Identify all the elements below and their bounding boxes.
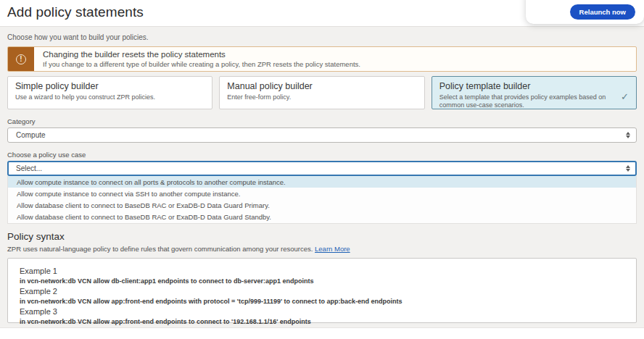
use-case-options-list: Allow compute instance to connect on all… <box>7 176 637 224</box>
category-selected-value: Compute <box>16 131 46 139</box>
warning-body: Changing the builder resets the policy s… <box>34 47 369 71</box>
use-case-selected-value: Select... <box>16 164 42 172</box>
use-case-option[interactable]: Allow database client to connect to Base… <box>8 199 636 211</box>
checkmark-icon: ✓ <box>621 91 629 102</box>
example-code: in vcn-network:db VCN allow app:front-en… <box>20 298 624 305</box>
alert-circle-icon: ! <box>16 54 26 64</box>
builder-panel: Choose how you want to build your polici… <box>0 26 644 327</box>
card-title: Simple policy builder <box>15 81 205 91</box>
card-simple-policy-builder[interactable]: Simple policy builder Use a wizard to he… <box>7 76 212 109</box>
policy-examples-box: Example 1 in vcn-network:db VCN allow db… <box>7 258 637 323</box>
select-spinner-icon <box>626 132 630 138</box>
policy-syntax-description: ZPR uses natural-language policy to defi… <box>7 245 637 253</box>
card-title: Manual policy builder <box>227 81 416 91</box>
card-description: Select a template that provides policy e… <box>439 93 629 110</box>
card-manual-policy-builder[interactable]: Manual policy builder Enter free-form po… <box>219 76 424 109</box>
card-description: Enter free-form policy. <box>227 93 416 101</box>
use-case-option[interactable]: Allow database client to connect to Base… <box>8 212 636 223</box>
category-label: Category <box>7 117 637 125</box>
example-label: Example 3 <box>20 307 624 316</box>
card-policy-template-builder[interactable]: Policy template builder Select a templat… <box>432 76 637 109</box>
category-select[interactable]: Compute <box>7 127 637 143</box>
warning-title: Changing the builder resets the policy s… <box>43 50 360 59</box>
use-case-option[interactable]: Allow compute instance to connect via SS… <box>8 188 636 199</box>
learn-more-link[interactable]: Learn More <box>315 245 350 253</box>
example-code: in vcn-network:db VCN allow app:front-en… <box>20 318 624 325</box>
warning-text: If you change to a different type of bui… <box>43 60 360 68</box>
example-label: Example 2 <box>20 287 624 296</box>
panel-subtitle: Choose how you want to build your polici… <box>7 33 637 41</box>
use-case-option[interactable]: Allow compute instance to connect on all… <box>8 176 636 188</box>
card-description: Use a wizard to help you construct ZPR p… <box>15 93 205 101</box>
select-spinner-icon <box>626 165 630 172</box>
relaunch-toast: Relaunch now <box>526 0 644 24</box>
relaunch-now-button[interactable]: Relaunch now <box>570 4 635 20</box>
example-code: in vcn-network:db VCN allow db-client:ap… <box>20 277 624 285</box>
builder-cards: Simple policy builder Use a wizard to he… <box>7 76 637 109</box>
warning-icon-block: ! <box>8 47 34 71</box>
warning-banner: ! Changing the builder resets the policy… <box>7 46 637 72</box>
use-case-select[interactable]: Select... <box>7 161 637 176</box>
card-title: Policy template builder <box>439 81 629 91</box>
example-label: Example 1 <box>20 267 624 275</box>
use-case-label: Choose a policy use case <box>7 151 637 159</box>
policy-syntax-description-text: ZPR uses natural-language policy to defi… <box>7 245 313 253</box>
policy-syntax-title: Policy syntax <box>7 231 637 242</box>
footer-strip <box>0 327 644 339</box>
